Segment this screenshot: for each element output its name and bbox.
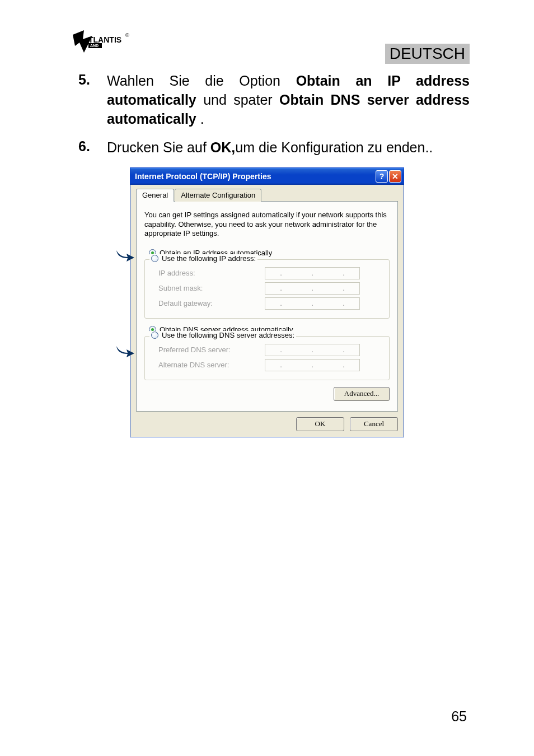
svg-text:TLANTIS: TLANTIS xyxy=(88,35,121,44)
ip-address-input: ... xyxy=(265,267,360,279)
dialog-title: Internet Protocol (TCP/IP) Properties xyxy=(133,172,374,181)
alternate-dns-label: Alternate DNS server: xyxy=(158,361,265,369)
radio-label: Use the following IP address: xyxy=(162,254,256,263)
step-6-number: 6. xyxy=(64,138,107,157)
step-5-text: Wahlen Sie die Option Obtain an IP addre… xyxy=(107,72,470,128)
help-icon: ? xyxy=(380,172,385,181)
title-bar[interactable]: Internet Protocol (TCP/IP) Properties ? … xyxy=(130,168,404,185)
radio-use-following-ip[interactable]: Use the following IP address: xyxy=(151,254,256,263)
tab-alternate-configuration[interactable]: Alternate Configuration xyxy=(175,189,261,202)
ok-button[interactable]: OK xyxy=(296,417,344,431)
default-gateway-label: Default gateway: xyxy=(158,299,265,307)
page-number: 65 xyxy=(451,708,467,725)
instructions: 5. Wahlen Sie die Option Obtain an IP ad… xyxy=(64,72,470,157)
cancel-button[interactable]: Cancel xyxy=(350,417,398,431)
alternate-dns-input: ... xyxy=(265,359,360,371)
default-gateway-input: ... xyxy=(265,297,360,310)
tcp-ip-properties-dialog: Internet Protocol (TCP/IP) Properties ? … xyxy=(130,167,404,437)
svg-text:®: ® xyxy=(125,32,129,38)
close-icon: ✕ xyxy=(392,172,399,181)
step-5-number: 5. xyxy=(64,72,107,128)
step-6-text: Drucken Sie auf OK,um die Konfiguration … xyxy=(107,138,470,157)
preferred-dns-input: ... xyxy=(265,344,360,356)
logo: TLANTIS AND AND ® xyxy=(67,29,134,63)
description-text: You can get IP settings assigned automat… xyxy=(144,211,390,239)
close-button[interactable]: ✕ xyxy=(389,170,401,183)
tab-general[interactable]: General xyxy=(136,189,174,202)
advanced-button[interactable]: Advanced... xyxy=(334,387,390,401)
subnet-mask-label: Subnet mask: xyxy=(158,284,265,292)
help-button[interactable]: ? xyxy=(376,170,388,183)
svg-text:AND: AND xyxy=(90,44,99,48)
radio-use-following-dns[interactable]: Use the following DNS server addresses: xyxy=(151,331,294,339)
pointer-arrow-icon xyxy=(115,345,134,357)
preferred-dns-label: Preferred DNS server: xyxy=(158,346,265,354)
pointer-arrow-icon xyxy=(115,249,134,262)
subnet-mask-input: ... xyxy=(265,282,360,295)
language-label: DEUTSCH xyxy=(385,44,470,64)
radio-icon xyxy=(151,255,158,262)
radio-icon xyxy=(151,332,158,339)
ip-address-label: IP address: xyxy=(158,269,265,277)
radio-label: Use the following DNS server addresses: xyxy=(162,331,294,339)
